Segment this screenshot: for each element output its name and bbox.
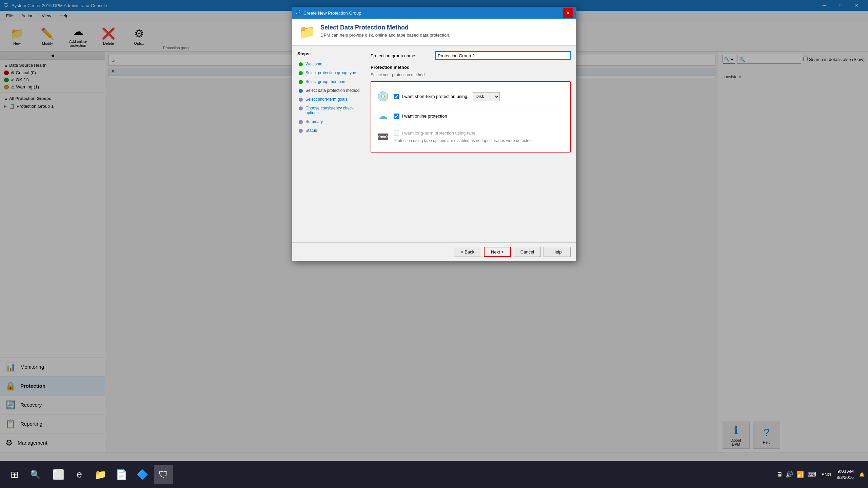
taskbar-search-button[interactable]: 🔍 xyxy=(25,464,45,485)
taskbar-icons: ⬜ e 📁 📄 🔷 🛡 xyxy=(49,465,173,484)
step-label-welcome[interactable]: Welcome xyxy=(305,62,322,66)
step-select-method: Select data protection method xyxy=(297,86,365,95)
taskbar-dpm[interactable]: 🛡 xyxy=(154,465,173,484)
step-label-select-type[interactable]: Select protection group type xyxy=(305,70,356,75)
step-summary: Summary xyxy=(297,117,365,126)
dialog-body: Steps: Welcome Select protection group t… xyxy=(292,46,576,242)
taskbar-clock: 9:03 AM 8/3/2016 xyxy=(836,468,854,481)
short-term-select[interactable]: Disk Tape xyxy=(473,92,500,101)
taskbar-right: 🖥 🔊 📶 ⌨ ENG 9:03 AM 8/3/2016 🔔 xyxy=(776,468,865,481)
modal-overlay: 🛡 Create New Protection Group ✕ 📁 Select… xyxy=(0,0,868,488)
dialog-title: Create New Protection Group xyxy=(303,11,361,16)
step-bullet-select-members xyxy=(299,80,303,84)
tape-disabled-note: Protection using tape options are disabl… xyxy=(394,138,533,143)
dialog-header-text: Select Data Protection Method DPM can he… xyxy=(320,24,450,38)
system-tray-icons: 🖥 🔊 📶 ⌨ xyxy=(776,471,816,478)
tape-checkbox-group: I want long-term protection using tape xyxy=(394,130,533,136)
dialog-header-description: DPM can help provide disk, online and ta… xyxy=(320,33,450,38)
dialog-title-icon: 🛡 xyxy=(295,10,301,16)
help-dialog-button[interactable]: Help xyxy=(544,247,571,257)
dialog-close-button[interactable]: ✕ xyxy=(563,8,573,18)
dialog-footer: < Back Next > Cancel Help xyxy=(292,242,576,261)
cloud-icon: ☁ xyxy=(376,110,390,122)
short-term-checkbox-group: I want short-term protection using: xyxy=(394,94,469,99)
step-bullet-status xyxy=(299,129,303,133)
step-label-short-term-goals[interactable]: Select short-term goals xyxy=(305,97,347,102)
create-protection-group-dialog: 🛡 Create New Protection Group ✕ 📁 Select… xyxy=(292,7,576,261)
steps-panel: Steps: Welcome Select protection group t… xyxy=(297,51,365,237)
step-label-consistency-check[interactable]: Choose consistency check options xyxy=(305,106,364,115)
step-label-select-members[interactable]: Select group members xyxy=(305,79,347,84)
start-button[interactable]: ⊞ xyxy=(3,464,25,485)
step-label-summary[interactable]: Summary xyxy=(305,119,323,124)
step-bullet-welcome xyxy=(299,62,303,66)
monitor-icon: 🖥 xyxy=(776,471,782,478)
network-icon: 📶 xyxy=(796,471,804,478)
cancel-button[interactable]: Cancel xyxy=(514,247,541,257)
keyboard-icon: ⌨ xyxy=(807,471,816,478)
short-term-checkbox[interactable] xyxy=(394,94,399,99)
notification-icon[interactable]: 🔔 xyxy=(859,472,865,477)
clock-time: 9:03 AM xyxy=(836,468,854,474)
group-name-input[interactable] xyxy=(435,51,571,60)
online-label: I want online protection xyxy=(402,114,447,119)
protection-method-sub: Select your protection method. xyxy=(371,73,571,77)
protection-method-box: 💿 I want short-term protection using: Di… xyxy=(371,81,571,152)
step-bullet-short-term-goals xyxy=(299,98,303,102)
step-consistency-check: Choose consistency check options xyxy=(297,104,365,117)
volume-icon: 🔊 xyxy=(786,471,793,478)
taskbar-folder[interactable]: 📁 xyxy=(91,465,110,484)
step-bullet-summary xyxy=(299,120,303,124)
taskbar-notepad[interactable]: 📄 xyxy=(112,465,131,484)
dialog-header-title: Select Data Protection Method xyxy=(320,24,450,31)
protection-method-title: Protection method xyxy=(371,65,571,70)
dialog-titlebar: 🛡 Create New Protection Group ✕ xyxy=(292,7,576,19)
short-term-label: I want short-term protection using: xyxy=(402,94,469,99)
tape-checkbox[interactable] xyxy=(394,130,399,136)
online-checkbox-group: I want online protection xyxy=(394,114,447,119)
back-button[interactable]: < Back xyxy=(454,247,481,257)
next-button[interactable]: Next > xyxy=(484,247,511,257)
step-label-status[interactable]: Status xyxy=(305,128,317,133)
taskbar-ie[interactable]: e xyxy=(70,465,89,484)
tape-icon: 📼 xyxy=(376,131,390,142)
language-indicator: ENG xyxy=(822,472,831,477)
step-bullet-select-method xyxy=(299,89,303,93)
clock-date: 8/3/2016 xyxy=(836,474,854,481)
short-term-method-row: 💿 I want short-term protection using: Di… xyxy=(376,87,565,106)
taskbar-task-view[interactable]: ⬜ xyxy=(49,465,68,484)
step-short-term-goals: Select short-term goals xyxy=(297,95,365,104)
step-bullet-select-type xyxy=(299,71,303,75)
step-label-select-method[interactable]: Select data protection method xyxy=(305,88,359,93)
group-name-row: Protection group name: xyxy=(371,51,571,60)
group-name-label: Protection group name: xyxy=(371,53,432,58)
step-select-members: Select group members xyxy=(297,77,365,86)
step-welcome: Welcome xyxy=(297,60,365,68)
step-bullet-consistency-check xyxy=(299,106,303,110)
dialog-header: 📁 Select Data Protection Method DPM can … xyxy=(292,19,576,46)
tape-label: I want long-term protection using tape xyxy=(402,130,476,136)
taskbar: ⊞ 🔍 ⬜ e 📁 📄 🔷 🛡 🖥 🔊 📶 ⌨ ENG 9:03 AM 8/3/… xyxy=(0,461,868,488)
tape-method-row: 📼 I want long-term protection using tape… xyxy=(376,126,565,147)
steps-label: Steps: xyxy=(297,51,365,56)
disk-icon: 💿 xyxy=(376,91,390,102)
online-method-row: ☁ I want online protection xyxy=(376,106,565,126)
step-status: Status xyxy=(297,126,365,135)
form-panel: Protection group name: Protection method… xyxy=(371,51,571,237)
dialog-header-icon: 📁 xyxy=(299,24,316,40)
step-select-type: Select protection group type xyxy=(297,68,365,77)
taskbar-powershell[interactable]: 🔷 xyxy=(133,465,152,484)
online-checkbox[interactable] xyxy=(394,114,399,119)
